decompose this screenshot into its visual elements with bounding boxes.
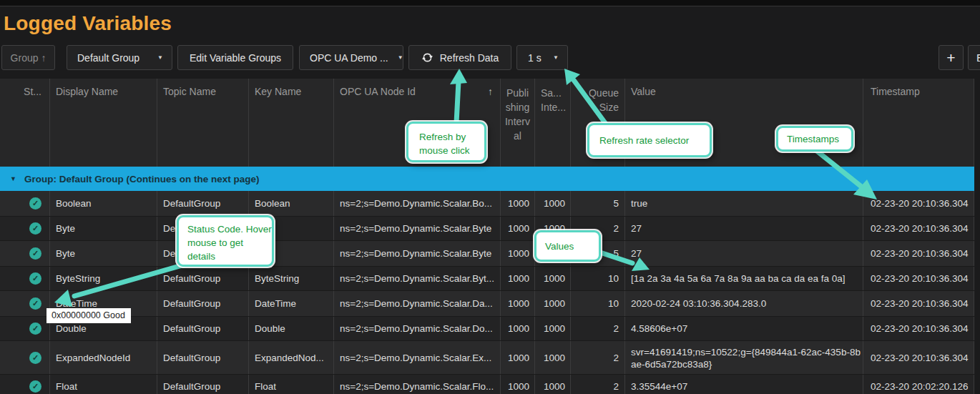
status-good-icon[interactable] [29,297,41,310]
collapse-caret-icon[interactable]: ▼ [10,175,16,182]
table-row[interactable]: Byte DefaultGroup Byte ns=2;s=Demo.Dynam… [0,241,974,266]
callout-refresh-rate: Refresh rate selector [587,123,712,157]
cell-timestamp: 02-23-20 20:10:36.304 [863,317,974,340]
col-header-timestamp[interactable]: Timestamp [863,79,974,167]
col-header-topic-name[interactable]: Topic Name [157,79,249,167]
cell-topic-name: DefaultGroup [157,191,249,216]
cell-key-name: Double [249,317,334,340]
cell-value: 27 [625,217,863,240]
callout-status-code: Status Code. Hover mouse to get details [177,215,274,267]
cell-sampling-interval: 1000 [535,341,571,374]
refresh-rate-dropdown[interactable]: 1 s ▼ [516,45,568,70]
cell-display-name: ExpandedNodeId [50,341,157,374]
cell-publishing-interval: 1000 [501,241,535,266]
cell-publishing-interval: 1000 [501,291,535,316]
cell-key-name: DateTime [249,291,334,316]
add-button[interactable]: + [939,45,964,70]
cell-publishing-interval: 1000 [501,341,535,374]
group-sort-chip[interactable]: Group ↑ [1,45,55,70]
cell-queue-size: 10 [571,291,625,316]
col-header-node-id-label: OPC UA Node Id [340,86,416,97]
cell-sampling-interval: 1000 [535,375,571,394]
callout-timestamps: Timestamps [776,126,853,152]
cell-node-id: ns=2;s=Demo.Dynamic.Scalar.Byt... [334,267,501,290]
col-header-status[interactable]: St... [0,79,50,167]
status-good-icon[interactable] [29,352,41,364]
toolbar: Group ↑ Default Group ▼ Edit Variable Gr… [0,45,980,71]
cell-topic-name: DefaultGroup [157,317,249,340]
table-row[interactable]: ExpandedNodeId DefaultGroup ExpandedNod.… [0,341,974,374]
cell-timestamp: 02-23-20 20:10:36.304 [863,267,974,290]
cell-node-id: ns=2;s=Demo.Dynamic.Scalar.Do... [334,317,501,340]
cell-queue-size: 10 [571,267,625,290]
cell-sampling-interval: 1000 [535,267,571,290]
cell-queue-size: 5 [571,191,625,216]
clipped-edge-button[interactable]: E [968,45,980,70]
sort-ascending-icon: ↑ [488,86,493,97]
cell-topic-name: DefaultGroup [157,291,249,316]
status-good-icon[interactable] [29,272,41,285]
status-good-icon[interactable] [29,197,41,210]
group-select-dropdown[interactable]: Default Group ▼ [67,45,172,70]
refresh-rate-value: 1 s [528,52,542,64]
table-row[interactable]: Double DefaultGroup Double ns=2;s=Demo.D… [0,316,974,341]
edit-variable-groups-button[interactable]: Edit Variable Groups [177,45,293,70]
callout-values: Values [534,230,601,262]
cell-publishing-interval: 1000 [501,317,535,340]
cell-key-name: ByteString [249,267,334,290]
group-header-row[interactable]: ▼ Group: Default Group (Continues on the… [0,167,974,191]
table-row[interactable]: Byte DefaultGroup Byte ns=2;s=Demo.Dynam… [0,216,974,241]
table-row[interactable]: Boolean DefaultGroup Boolean ns=2;s=Demo… [0,191,974,216]
status-good-icon[interactable] [29,380,41,393]
cell-timestamp: 02-23-20 20:10:36.304 [863,217,974,240]
table-header-row: St... Display Name Topic Name Key Name O… [0,79,974,167]
cell-publishing-interval: 1000 [501,217,535,240]
connection-select-dropdown[interactable]: OPC UA Demo ... ▼ [299,45,403,70]
cell-queue-size: 2 [571,375,625,394]
chevron-down-icon: ▼ [157,54,163,61]
cell-sampling-interval: 1000 [535,191,571,216]
refresh-icon [421,51,433,64]
status-good-icon[interactable] [29,322,41,335]
cell-node-id: ns=2;s=Demo.Dynamic.Scalar.Bo... [334,191,501,216]
status-good-icon[interactable] [29,247,41,260]
cell-node-id: ns=2;s=Demo.Dynamic.Scalar.Flo... [334,375,501,394]
col-header-sampling-interval[interactable]: Sa... Inte... [535,79,571,167]
refresh-data-button[interactable]: Refresh Data [408,45,511,70]
cell-topic-name: DefaultGroup [157,375,249,394]
table-row[interactable]: DateTime DefaultGroup DateTime ns=2;s=De… [0,291,974,316]
chevron-down-icon: ▼ [398,54,403,61]
cell-node-id: ns=2;s=Demo.Dynamic.Scalar.Byte [334,217,501,240]
cell-value: true [625,191,863,216]
refresh-data-label: Refresh Data [440,52,499,64]
cell-display-name: Byte [50,241,157,266]
col-header-display-name[interactable]: Display Name [50,79,157,167]
cell-topic-name: DefaultGroup [157,341,249,374]
status-tooltip: 0x00000000 Good [46,308,131,323]
table-row[interactable]: Float DefaultGroup Float ns=2;s=Demo.Dyn… [0,374,974,394]
cell-display-name: ByteString [50,267,157,290]
cell-publishing-interval: 1000 [501,191,535,216]
window-top-edge [0,0,980,6]
cell-value: [1a 2a 3a 4a 5a 6a 7a 8a 9a aa ba ca da … [625,267,863,290]
cell-display-name: Boolean [50,191,157,216]
cell-key-name: ExpandedNod... [249,341,334,374]
cell-node-id: ns=2;s=Demo.Dynamic.Scalar.Ex... [334,341,501,374]
cell-value: 3.35544e+07 [625,375,863,394]
connection-value: OPC UA Demo ... [310,52,388,64]
cell-timestamp: 02-23-20 20:10:36.304 [863,191,974,216]
cell-timestamp: 02-23-20 20:02:20.126 [863,375,974,394]
group-select-value: Default Group [77,52,139,64]
cell-value: svr=41691419;ns=10522;g={849844a1-62ac-4… [625,341,863,374]
cell-display-name: Float [50,375,157,394]
status-good-icon[interactable] [29,222,41,235]
cell-topic-name: DefaultGroup [157,267,249,290]
cell-publishing-interval: 1000 [501,375,535,394]
col-header-publishing-interval[interactable]: Publishing Interval [501,79,535,167]
group-header-label: Group: Default Group (Continues on the n… [24,174,260,184]
cell-value: 27 [625,241,863,266]
cell-value: 2020-02-24 03:10:36.304.283.0 [625,291,863,316]
col-header-key-name[interactable]: Key Name [249,79,334,167]
cell-display-name: Byte [50,217,157,240]
table-row[interactable]: ByteString DefaultGroup ByteString ns=2;… [0,266,974,291]
